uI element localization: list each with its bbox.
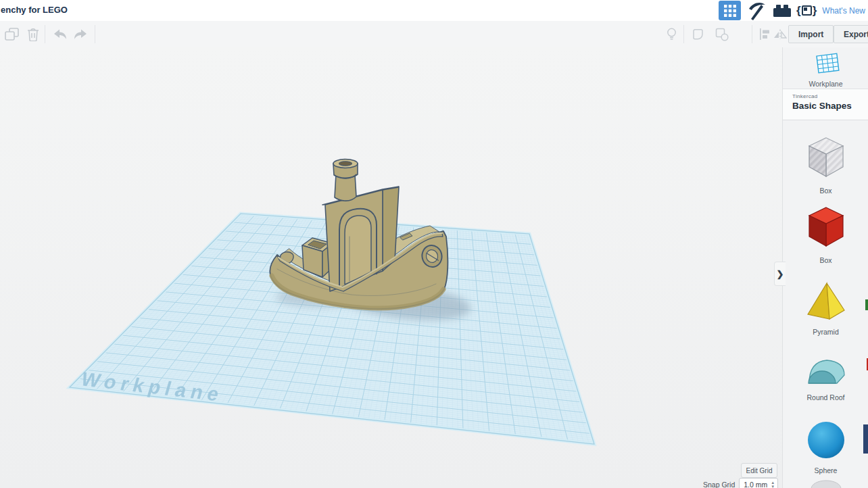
library-name: Basic Shapes bbox=[792, 101, 868, 111]
shape-round-roof[interactable]: Round Roof bbox=[783, 351, 868, 401]
shape-library-selector[interactable]: Tinkercad Basic Shapes bbox=[783, 89, 868, 120]
group-icon[interactable] bbox=[689, 21, 708, 47]
minecraft-pickaxe-icon[interactable] bbox=[746, 0, 767, 21]
show-all-icon[interactable] bbox=[663, 21, 679, 47]
shape-label: Pyramid bbox=[783, 328, 868, 336]
divider bbox=[95, 25, 95, 43]
shape-box[interactable]: Box bbox=[783, 205, 868, 264]
redo-icon[interactable] bbox=[72, 21, 91, 47]
partial-shape-navy[interactable] bbox=[863, 424, 868, 454]
lego-brick-icon[interactable] bbox=[771, 0, 792, 21]
divider bbox=[752, 25, 752, 43]
round-roof-icon bbox=[805, 351, 847, 387]
export-button[interactable]: Export bbox=[834, 25, 868, 43]
workplane-icon bbox=[809, 51, 843, 76]
design-title[interactable]: enchy for LEGO bbox=[1, 5, 68, 15]
shape-label: Box bbox=[783, 256, 868, 264]
library-brand: Tinkercad bbox=[792, 93, 868, 99]
partial-shape-green[interactable] bbox=[865, 299, 868, 310]
shape-label: Round Roof bbox=[783, 393, 868, 401]
box-icon bbox=[805, 205, 847, 249]
whats-new-link[interactable]: What's New bbox=[822, 6, 865, 16]
snap-grid-control: Snap Grid 1.0 mm ▲▼ bbox=[703, 478, 778, 488]
shape-sphere[interactable]: Sphere bbox=[783, 420, 868, 474]
shape-label: Box bbox=[783, 187, 868, 195]
sphere-icon bbox=[805, 420, 847, 460]
edit-grid-button[interactable]: Edit Grid bbox=[741, 463, 777, 478]
shape-box-hole[interactable]: Box bbox=[783, 135, 868, 195]
main-toolbar: Import Export bbox=[0, 21, 868, 48]
copy-icon[interactable] bbox=[3, 21, 22, 47]
snap-grid-value: 1.0 mm bbox=[744, 481, 767, 488]
3d-viewport[interactable]: Workplane bbox=[0, 47, 782, 488]
codeblocks-icon[interactable]: {} bbox=[796, 4, 817, 18]
shape-label: Sphere bbox=[783, 466, 868, 474]
pyramid-icon bbox=[805, 282, 847, 321]
divider bbox=[683, 25, 684, 43]
box-hole-icon bbox=[805, 135, 847, 180]
shape-pyramid[interactable]: Pyramid bbox=[783, 282, 868, 336]
stepper-arrows-icon[interactable]: ▲▼ bbox=[771, 481, 775, 488]
app-header: enchy for LEGO {} Wha bbox=[0, 0, 868, 22]
sidebar-collapse-handle[interactable]: ❯ bbox=[774, 262, 786, 286]
shapes-sidebar: Workplane Tinkercad Basic Shapes Box bbox=[782, 47, 868, 488]
mirror-icon[interactable] bbox=[771, 21, 789, 47]
snap-grid-select[interactable]: 1.0 mm ▲▼ bbox=[739, 478, 778, 488]
undo-icon[interactable] bbox=[50, 21, 69, 47]
delete-icon[interactable] bbox=[25, 21, 41, 47]
import-button[interactable]: Import bbox=[788, 25, 834, 43]
ungroup-icon[interactable] bbox=[712, 21, 732, 47]
workplane-tool-label: Workplane bbox=[783, 80, 868, 88]
snap-grid-label: Snap Grid bbox=[703, 481, 735, 488]
viewport-scene[interactable]: Workplane bbox=[0, 47, 782, 488]
header-nav: {} What's New bbox=[719, 0, 868, 21]
workplane-tool[interactable]: Workplane bbox=[783, 51, 868, 88]
apps-grid-icon[interactable] bbox=[719, 1, 741, 20]
partial-shape-bottom[interactable] bbox=[810, 479, 842, 488]
divider bbox=[45, 25, 45, 43]
